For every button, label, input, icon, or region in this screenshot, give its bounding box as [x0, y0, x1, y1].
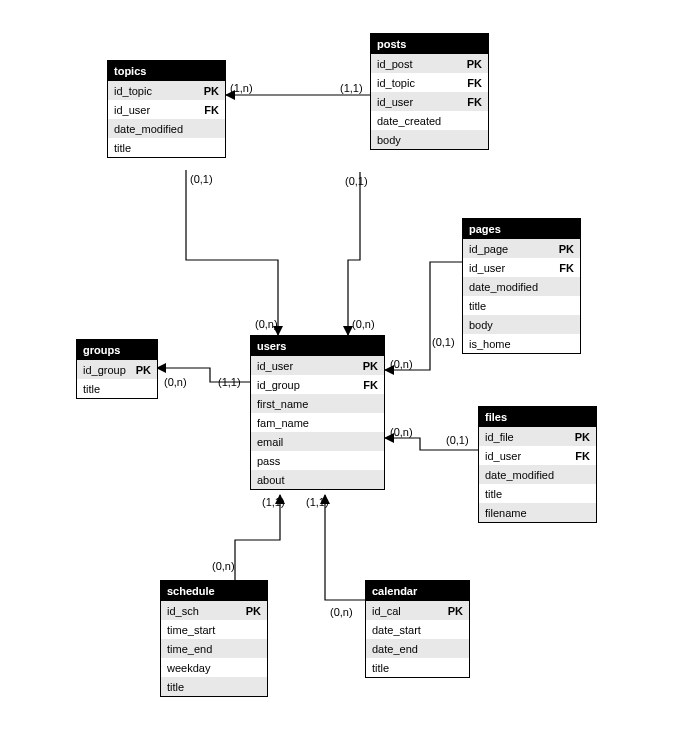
cardinality-label: (0,1) — [190, 173, 213, 185]
entity-topics-title: topics — [108, 61, 225, 81]
table-row: id_userFK — [371, 92, 488, 111]
cardinality-label: (0,n) — [390, 426, 413, 438]
entity-files: files id_filePK id_userFK date_modified … — [478, 406, 597, 523]
cardinality-label: (0,n) — [212, 560, 235, 572]
cardinality-label: (1,1) — [218, 376, 241, 388]
table-row: date_modified — [108, 119, 225, 138]
table-row: body — [463, 315, 580, 334]
table-row: filename — [479, 503, 596, 522]
table-row: weekday — [161, 658, 267, 677]
table-row: is_home — [463, 334, 580, 353]
cardinality-label: (1,1) — [262, 496, 285, 508]
entity-users-title: users — [251, 336, 384, 356]
table-row: id_topicFK — [371, 73, 488, 92]
cardinality-label: (0,1) — [345, 175, 368, 187]
cardinality-label: (1,n) — [230, 82, 253, 94]
entity-users: users id_userPK id_groupFK first_name fa… — [250, 335, 385, 490]
table-row: date_modified — [463, 277, 580, 296]
entity-groups: groups id_groupPK title — [76, 339, 158, 399]
cardinality-label: (0,1) — [446, 434, 469, 446]
table-row: date_created — [371, 111, 488, 130]
cardinality-label: (1,1) — [306, 496, 329, 508]
table-row: title — [463, 296, 580, 315]
table-row: email — [251, 432, 384, 451]
table-row: id_topicPK — [108, 81, 225, 100]
table-row: title — [161, 677, 267, 696]
table-row: id_groupFK — [251, 375, 384, 394]
entity-schedule-title: schedule — [161, 581, 267, 601]
cardinality-label: (0,1) — [432, 336, 455, 348]
table-row: id_groupPK — [77, 360, 157, 379]
cardinality-label: (1,1) — [340, 82, 363, 94]
cardinality-label: (0,n) — [352, 318, 375, 330]
entity-topics: topics id_topicPK id_userFK date_modifie… — [107, 60, 226, 158]
entity-calendar-title: calendar — [366, 581, 469, 601]
table-row: id_schPK — [161, 601, 267, 620]
table-row: body — [371, 130, 488, 149]
cardinality-label: (0,n) — [330, 606, 353, 618]
entity-posts: posts id_postPK id_topicFK id_userFK dat… — [370, 33, 489, 150]
table-row: about — [251, 470, 384, 489]
table-row: title — [108, 138, 225, 157]
table-row: first_name — [251, 394, 384, 413]
table-row: title — [77, 379, 157, 398]
table-row: id_userPK — [251, 356, 384, 375]
table-row: id_userFK — [479, 446, 596, 465]
cardinality-label: (0,n) — [390, 358, 413, 370]
entity-posts-title: posts — [371, 34, 488, 54]
table-row: id_userFK — [463, 258, 580, 277]
table-row: id_filePK — [479, 427, 596, 446]
table-row: id_calPK — [366, 601, 469, 620]
entity-groups-title: groups — [77, 340, 157, 360]
table-row: fam_name — [251, 413, 384, 432]
table-row: title — [366, 658, 469, 677]
table-row: id_pagePK — [463, 239, 580, 258]
entity-files-title: files — [479, 407, 596, 427]
table-row: title — [479, 484, 596, 503]
table-row: id_userFK — [108, 100, 225, 119]
table-row: id_postPK — [371, 54, 488, 73]
cardinality-label: (0,n) — [255, 318, 278, 330]
cardinality-label: (0,n) — [164, 376, 187, 388]
table-row: time_start — [161, 620, 267, 639]
table-row: date_modified — [479, 465, 596, 484]
entity-pages: pages id_pagePK id_userFK date_modified … — [462, 218, 581, 354]
table-row: date_start — [366, 620, 469, 639]
entity-pages-title: pages — [463, 219, 580, 239]
table-row: time_end — [161, 639, 267, 658]
table-row: pass — [251, 451, 384, 470]
entity-schedule: schedule id_schPK time_start time_end we… — [160, 580, 268, 697]
entity-calendar: calendar id_calPK date_start date_end ti… — [365, 580, 470, 678]
table-row: date_end — [366, 639, 469, 658]
